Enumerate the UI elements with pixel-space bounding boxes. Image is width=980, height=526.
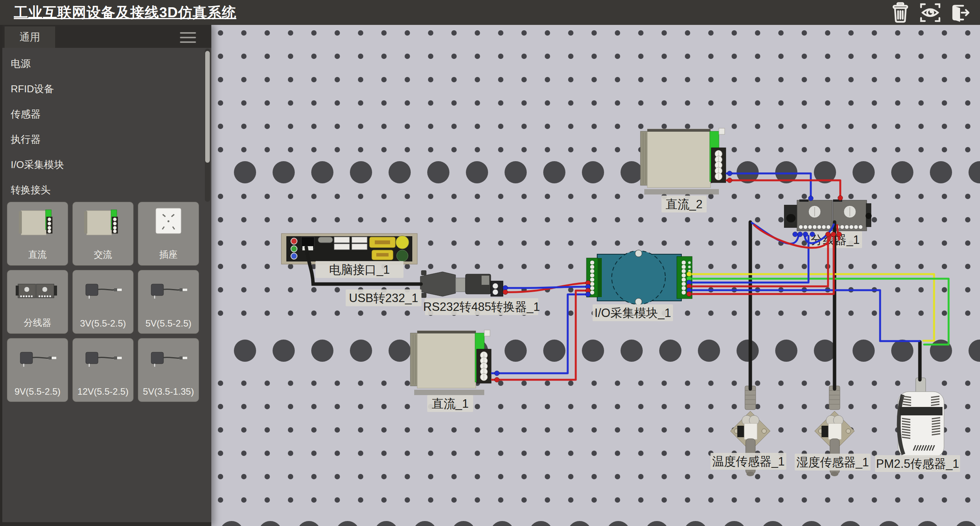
- svg-text:I/O采集模块_1: I/O采集模块_1: [595, 306, 671, 320]
- palette-card-label: 直流: [7, 248, 68, 261]
- svg-text:PM2.5传感器_1: PM2.5传感器_1: [876, 457, 959, 470]
- device-computer-interface-panel-1[interactable]: [281, 234, 417, 264]
- palette-card-插座[interactable]: 插座: [138, 202, 199, 266]
- palette-card-5V(3.5-1.35)[interactable]: 5V(3.5-1.35): [138, 338, 199, 402]
- sidebar-item-4[interactable]: I/O采集模块: [2, 152, 201, 177]
- psu-thumbnail-icon: [13, 205, 62, 243]
- sidebar-item-2[interactable]: 传感器: [2, 101, 201, 127]
- device-dc-power-supply-2[interactable]: [640, 128, 726, 194]
- device-label: 湿度传感器_1: [795, 454, 871, 470]
- device-library-panel: 通用 电源RFID设备传感器执行器I/O采集模块转换接头 直流 交流 插座: [0, 25, 211, 526]
- adapter-thumbnail-icon: [79, 341, 127, 380]
- device-usb-to-232-converter-1[interactable]: [420, 270, 503, 298]
- scrollbar: [205, 49, 210, 202]
- device-palette: 直流 交流 插座 分线器 3V(5.5-2.5): [7, 202, 199, 402]
- svg-text:RS232转485转换器_1: RS232转485转换器_1: [423, 300, 540, 314]
- adapter-thumbnail-icon: [79, 273, 127, 312]
- sidebar-item-0[interactable]: 电源: [2, 51, 201, 76]
- svg-text:湿度传感器_1: 湿度传感器_1: [796, 456, 869, 469]
- adapter-thumbnail-icon: [13, 341, 62, 380]
- adapter-thumbnail-icon: [144, 273, 193, 312]
- svg-text:USB转232_1: USB转232_1: [349, 291, 418, 305]
- psu-thumbnail-icon: [79, 205, 127, 243]
- palette-card-12V(5.5-2.5)[interactable]: 12V(5.5-2.5): [72, 338, 134, 402]
- app-title: 工业互联网设备及接线3D仿真系统: [14, 3, 236, 22]
- panel-bottom-strip: [2, 522, 211, 526]
- device-label: USB转232_1: [346, 289, 421, 306]
- palette-card-分线器[interactable]: 分线器: [7, 270, 68, 334]
- palette-card-label: 交流: [73, 248, 133, 261]
- splitter-thumbnail-icon: [13, 273, 62, 312]
- device-label: 直流_1: [427, 395, 473, 412]
- scrollbar-thumb[interactable]: [205, 51, 210, 163]
- device-dc-power-supply-1[interactable]: [410, 330, 491, 395]
- svg-text:温度传感器_1: 温度传感器_1: [712, 455, 784, 468]
- device-splitter-1[interactable]: [784, 199, 872, 231]
- palette-card-5V(5.5-2.5)[interactable]: 5V(5.5-2.5): [138, 270, 199, 334]
- socket-thumbnail-icon: [144, 205, 193, 243]
- adapter-thumbnail-icon: [144, 341, 193, 380]
- title-bar: 工业互联网设备及接线3D仿真系统: [0, 0, 980, 25]
- palette-card-交流[interactable]: 交流: [72, 202, 134, 266]
- device-label: 电脑接口_1: [315, 261, 403, 278]
- exit-icon[interactable]: [949, 2, 971, 23]
- palette-card-label: 9V(5.5-2.5): [7, 386, 68, 397]
- palette-card-直流[interactable]: 直流: [7, 202, 68, 266]
- preview-icon[interactable]: [920, 2, 941, 23]
- device-label: I/O采集模块_1: [593, 304, 673, 321]
- tab-general[interactable]: 通用: [5, 26, 55, 48]
- menu-icon[interactable]: [180, 32, 196, 46]
- palette-card-label: 分线器: [7, 317, 68, 329]
- svg-text:电脑接口_1: 电脑接口_1: [329, 263, 390, 276]
- sidebar-item-1[interactable]: RFID设备: [2, 76, 201, 101]
- palette-card-label: 5V(3.5-1.35): [138, 386, 199, 397]
- device-label: 直流_2: [662, 196, 707, 212]
- svg-text:直流_2: 直流_2: [666, 198, 702, 211]
- device-label: PM2.5传感器_1: [875, 455, 960, 472]
- sidebar-item-5[interactable]: 转换接头: [2, 177, 201, 203]
- sidebar-item-3[interactable]: 执行器: [2, 127, 201, 152]
- delete-icon[interactable]: [890, 2, 911, 23]
- device-pm25-sensor-1[interactable]: [898, 378, 944, 457]
- palette-card-label: 5V(5.5-2.5): [138, 318, 199, 329]
- device-label: 温度传感器_1: [710, 453, 786, 470]
- svg-text:直流_1: 直流_1: [432, 397, 469, 410]
- palette-card-3V(5.5-2.5)[interactable]: 3V(5.5-2.5): [72, 270, 134, 334]
- palette-card-label: 插座: [138, 248, 199, 261]
- tab-bar: 通用: [2, 25, 211, 48]
- palette-card-label: 3V(5.5-2.5): [73, 318, 133, 329]
- category-list: 电源RFID设备传感器执行器I/O采集模块转换接头: [2, 51, 201, 203]
- palette-card-9V(5.5-2.5)[interactable]: 9V(5.5-2.5): [7, 338, 68, 402]
- device-label: RS232转485转换器_1: [423, 298, 540, 315]
- palette-card-label: 12V(5.5-2.5): [73, 386, 133, 397]
- toolbar: [890, 2, 971, 23]
- device-io-acquisition-module-1[interactable]: [586, 250, 692, 305]
